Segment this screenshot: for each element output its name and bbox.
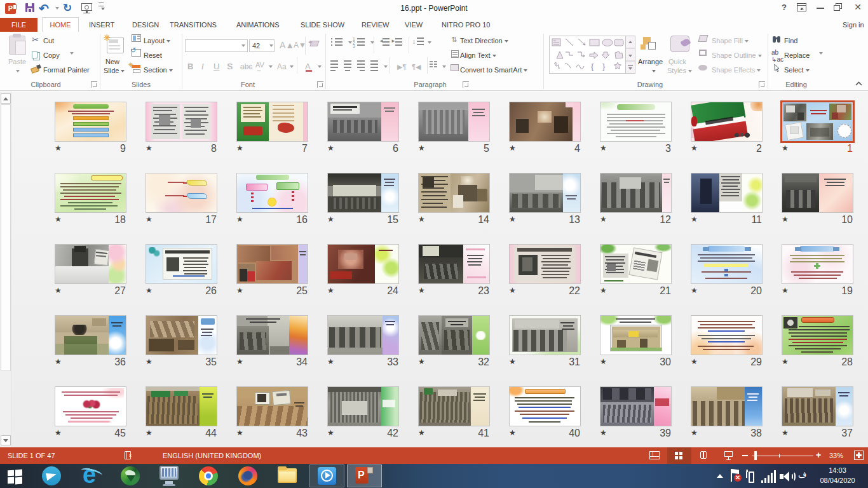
svg-text:{: { <box>591 62 594 71</box>
svg-text:}: } <box>602 62 606 71</box>
